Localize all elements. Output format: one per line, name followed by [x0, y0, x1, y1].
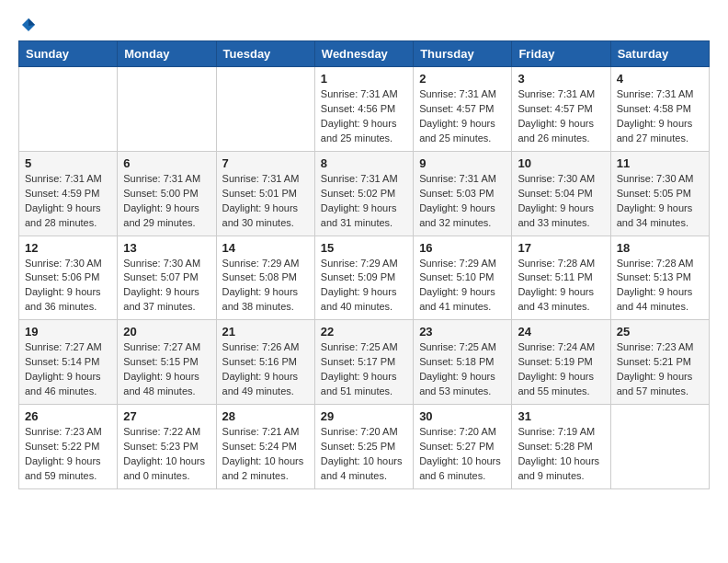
day-number: 12	[25, 241, 111, 255]
calendar-cell: 16Sunrise: 7:29 AM Sunset: 5:10 PM Dayli…	[414, 236, 512, 320]
day-info: Sunrise: 7:31 AM Sunset: 4:59 PM Dayligh…	[25, 172, 111, 231]
calendar-cell: 19Sunrise: 7:27 AM Sunset: 5:14 PM Dayli…	[19, 320, 118, 405]
day-number: 22	[321, 325, 407, 339]
calendar-week-5: 26Sunrise: 7:23 AM Sunset: 5:22 PM Dayli…	[19, 405, 710, 489]
day-number: 14	[222, 241, 309, 255]
day-info: Sunrise: 7:23 AM Sunset: 5:22 PM Dayligh…	[25, 425, 111, 484]
day-number: 13	[123, 241, 210, 255]
calendar-cell	[610, 405, 709, 489]
calendar-cell: 13Sunrise: 7:30 AM Sunset: 5:07 PM Dayli…	[118, 236, 216, 320]
day-info: Sunrise: 7:30 AM Sunset: 5:04 PM Dayligh…	[518, 172, 604, 231]
calendar-cell: 26Sunrise: 7:23 AM Sunset: 5:22 PM Dayli…	[19, 405, 118, 489]
day-number: 15	[321, 241, 407, 255]
day-number: 8	[321, 156, 407, 170]
calendar-cell: 24Sunrise: 7:24 AM Sunset: 5:19 PM Dayli…	[512, 320, 610, 405]
calendar-cell: 4Sunrise: 7:31 AM Sunset: 4:58 PM Daylig…	[610, 67, 709, 152]
day-number: 20	[123, 325, 210, 339]
day-info: Sunrise: 7:28 AM Sunset: 5:11 PM Dayligh…	[518, 257, 604, 316]
day-number: 23	[419, 325, 506, 339]
weekday-header-wednesday: Wednesday	[314, 41, 413, 67]
day-info: Sunrise: 7:21 AM Sunset: 5:24 PM Dayligh…	[222, 425, 309, 484]
calendar-cell: 5Sunrise: 7:31 AM Sunset: 4:59 PM Daylig…	[19, 151, 118, 236]
calendar-cell: 15Sunrise: 7:29 AM Sunset: 5:09 PM Dayli…	[314, 236, 413, 320]
day-number: 25	[617, 325, 703, 339]
svg-marker-1	[28, 18, 35, 26]
logo-icon	[20, 17, 37, 33]
day-number: 9	[419, 156, 506, 170]
calendar-week-1: 1Sunrise: 7:31 AM Sunset: 4:56 PM Daylig…	[19, 67, 710, 152]
calendar-cell: 22Sunrise: 7:25 AM Sunset: 5:17 PM Dayli…	[314, 320, 413, 405]
day-info: Sunrise: 7:27 AM Sunset: 5:14 PM Dayligh…	[25, 340, 111, 399]
day-info: Sunrise: 7:26 AM Sunset: 5:16 PM Dayligh…	[222, 340, 309, 399]
calendar-cell: 6Sunrise: 7:31 AM Sunset: 5:00 PM Daylig…	[118, 151, 216, 236]
day-info: Sunrise: 7:25 AM Sunset: 5:18 PM Dayligh…	[419, 340, 506, 399]
day-number: 21	[222, 325, 309, 339]
day-info: Sunrise: 7:20 AM Sunset: 5:25 PM Dayligh…	[321, 425, 407, 484]
page: SundayMondayTuesdayWednesdayThursdayFrid…	[0, 0, 728, 506]
day-info: Sunrise: 7:30 AM Sunset: 5:06 PM Dayligh…	[25, 257, 111, 316]
weekday-header-tuesday: Tuesday	[216, 41, 314, 67]
calendar-week-4: 19Sunrise: 7:27 AM Sunset: 5:14 PM Dayli…	[19, 320, 710, 405]
calendar-cell: 7Sunrise: 7:31 AM Sunset: 5:01 PM Daylig…	[216, 151, 314, 236]
calendar-cell: 10Sunrise: 7:30 AM Sunset: 5:04 PM Dayli…	[512, 151, 610, 236]
day-number: 1	[321, 72, 407, 86]
day-info: Sunrise: 7:31 AM Sunset: 5:01 PM Dayligh…	[222, 172, 309, 231]
day-info: Sunrise: 7:29 AM Sunset: 5:08 PM Dayligh…	[222, 257, 309, 316]
calendar-cell: 12Sunrise: 7:30 AM Sunset: 5:06 PM Dayli…	[19, 236, 118, 320]
calendar-cell: 27Sunrise: 7:22 AM Sunset: 5:23 PM Dayli…	[118, 405, 216, 489]
day-info: Sunrise: 7:31 AM Sunset: 5:02 PM Dayligh…	[321, 172, 407, 231]
day-number: 10	[518, 156, 604, 170]
calendar-cell: 25Sunrise: 7:23 AM Sunset: 5:21 PM Dayli…	[610, 320, 709, 405]
day-info: Sunrise: 7:31 AM Sunset: 4:58 PM Dayligh…	[617, 87, 703, 146]
calendar-cell	[216, 67, 314, 152]
day-number: 11	[617, 156, 703, 170]
day-info: Sunrise: 7:29 AM Sunset: 5:09 PM Dayligh…	[321, 257, 407, 316]
calendar-week-3: 12Sunrise: 7:30 AM Sunset: 5:06 PM Dayli…	[19, 236, 710, 320]
day-number: 27	[123, 409, 210, 423]
day-number: 19	[25, 325, 111, 339]
calendar-cell: 31Sunrise: 7:19 AM Sunset: 5:28 PM Dayli…	[512, 405, 610, 489]
day-info: Sunrise: 7:30 AM Sunset: 5:07 PM Dayligh…	[123, 257, 210, 316]
day-number: 18	[617, 241, 703, 255]
calendar-cell: 30Sunrise: 7:20 AM Sunset: 5:27 PM Dayli…	[414, 405, 512, 489]
day-info: Sunrise: 7:31 AM Sunset: 5:03 PM Dayligh…	[419, 172, 506, 231]
day-info: Sunrise: 7:29 AM Sunset: 5:10 PM Dayligh…	[419, 257, 506, 316]
calendar-cell: 14Sunrise: 7:29 AM Sunset: 5:08 PM Dayli…	[216, 236, 314, 320]
day-info: Sunrise: 7:31 AM Sunset: 4:57 PM Dayligh…	[518, 87, 604, 146]
day-number: 4	[617, 72, 703, 86]
day-number: 17	[518, 241, 604, 255]
day-info: Sunrise: 7:31 AM Sunset: 4:57 PM Dayligh…	[419, 87, 506, 146]
day-number: 5	[25, 156, 111, 170]
calendar-cell: 17Sunrise: 7:28 AM Sunset: 5:11 PM Dayli…	[512, 236, 610, 320]
day-info: Sunrise: 7:27 AM Sunset: 5:15 PM Dayligh…	[123, 340, 210, 399]
day-info: Sunrise: 7:23 AM Sunset: 5:21 PM Dayligh…	[617, 340, 703, 399]
weekday-header-friday: Friday	[512, 41, 610, 67]
day-number: 31	[518, 409, 604, 423]
weekday-header-saturday: Saturday	[610, 41, 709, 67]
calendar-cell	[118, 67, 216, 152]
logo	[18, 17, 37, 31]
day-number: 28	[222, 409, 309, 423]
calendar-cell: 21Sunrise: 7:26 AM Sunset: 5:16 PM Dayli…	[216, 320, 314, 405]
calendar-cell: 1Sunrise: 7:31 AM Sunset: 4:56 PM Daylig…	[314, 67, 413, 152]
calendar-cell: 9Sunrise: 7:31 AM Sunset: 5:03 PM Daylig…	[414, 151, 512, 236]
calendar-cell: 2Sunrise: 7:31 AM Sunset: 4:57 PM Daylig…	[414, 67, 512, 152]
calendar-week-2: 5Sunrise: 7:31 AM Sunset: 4:59 PM Daylig…	[19, 151, 710, 236]
calendar-cell: 23Sunrise: 7:25 AM Sunset: 5:18 PM Dayli…	[414, 320, 512, 405]
day-number: 2	[419, 72, 506, 86]
calendar-cell: 28Sunrise: 7:21 AM Sunset: 5:24 PM Dayli…	[216, 405, 314, 489]
day-info: Sunrise: 7:25 AM Sunset: 5:17 PM Dayligh…	[321, 340, 407, 399]
calendar-cell: 20Sunrise: 7:27 AM Sunset: 5:15 PM Dayli…	[118, 320, 216, 405]
day-info: Sunrise: 7:30 AM Sunset: 5:05 PM Dayligh…	[617, 172, 703, 231]
weekday-header-sunday: Sunday	[19, 41, 118, 67]
calendar-cell: 29Sunrise: 7:20 AM Sunset: 5:25 PM Dayli…	[314, 405, 413, 489]
day-number: 6	[123, 156, 210, 170]
day-number: 29	[321, 409, 407, 423]
weekday-header-thursday: Thursday	[414, 41, 512, 67]
day-info: Sunrise: 7:22 AM Sunset: 5:23 PM Dayligh…	[123, 425, 210, 484]
logo-text	[18, 17, 37, 35]
day-number: 24	[518, 325, 604, 339]
day-info: Sunrise: 7:19 AM Sunset: 5:28 PM Dayligh…	[518, 425, 604, 484]
calendar-cell: 3Sunrise: 7:31 AM Sunset: 4:57 PM Daylig…	[512, 67, 610, 152]
day-number: 30	[419, 409, 506, 423]
